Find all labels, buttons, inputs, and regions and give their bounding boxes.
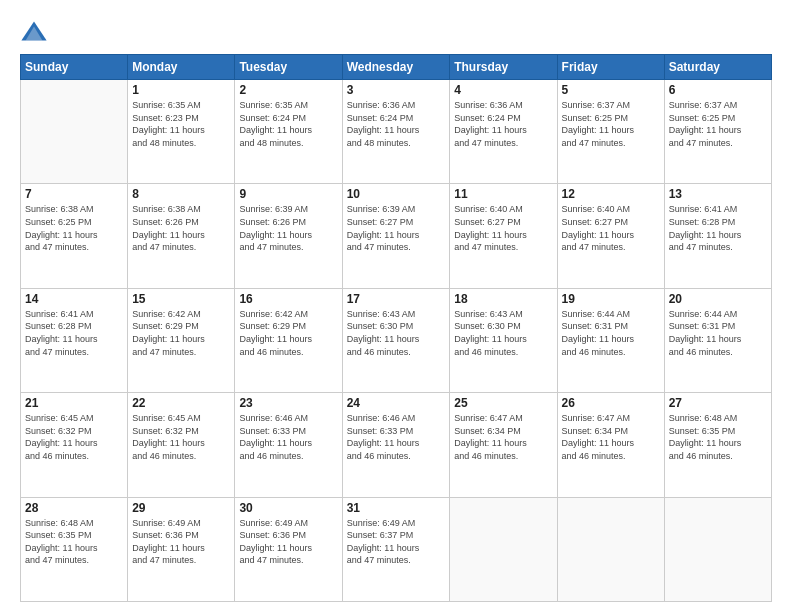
column-header-thursday: Thursday bbox=[450, 55, 557, 80]
day-number: 20 bbox=[669, 292, 767, 306]
column-header-wednesday: Wednesday bbox=[342, 55, 450, 80]
day-info: Sunrise: 6:35 AM Sunset: 6:24 PM Dayligh… bbox=[239, 99, 337, 149]
day-number: 25 bbox=[454, 396, 552, 410]
day-info: Sunrise: 6:46 AM Sunset: 6:33 PM Dayligh… bbox=[239, 412, 337, 462]
day-info: Sunrise: 6:43 AM Sunset: 6:30 PM Dayligh… bbox=[454, 308, 552, 358]
day-info: Sunrise: 6:42 AM Sunset: 6:29 PM Dayligh… bbox=[239, 308, 337, 358]
day-cell: 1Sunrise: 6:35 AM Sunset: 6:23 PM Daylig… bbox=[128, 80, 235, 184]
day-number: 26 bbox=[562, 396, 660, 410]
day-cell: 29Sunrise: 6:49 AM Sunset: 6:36 PM Dayli… bbox=[128, 497, 235, 601]
day-info: Sunrise: 6:48 AM Sunset: 6:35 PM Dayligh… bbox=[25, 517, 123, 567]
day-number: 1 bbox=[132, 83, 230, 97]
day-cell: 16Sunrise: 6:42 AM Sunset: 6:29 PM Dayli… bbox=[235, 288, 342, 392]
week-row-2: 7Sunrise: 6:38 AM Sunset: 6:25 PM Daylig… bbox=[21, 184, 772, 288]
day-number: 7 bbox=[25, 187, 123, 201]
calendar-table: SundayMondayTuesdayWednesdayThursdayFrid… bbox=[20, 54, 772, 602]
day-number: 4 bbox=[454, 83, 552, 97]
day-cell: 2Sunrise: 6:35 AM Sunset: 6:24 PM Daylig… bbox=[235, 80, 342, 184]
day-info: Sunrise: 6:43 AM Sunset: 6:30 PM Dayligh… bbox=[347, 308, 446, 358]
day-info: Sunrise: 6:47 AM Sunset: 6:34 PM Dayligh… bbox=[454, 412, 552, 462]
day-info: Sunrise: 6:41 AM Sunset: 6:28 PM Dayligh… bbox=[25, 308, 123, 358]
day-info: Sunrise: 6:49 AM Sunset: 6:37 PM Dayligh… bbox=[347, 517, 446, 567]
day-number: 29 bbox=[132, 501, 230, 515]
day-info: Sunrise: 6:35 AM Sunset: 6:23 PM Dayligh… bbox=[132, 99, 230, 149]
header-row: SundayMondayTuesdayWednesdayThursdayFrid… bbox=[21, 55, 772, 80]
week-row-5: 28Sunrise: 6:48 AM Sunset: 6:35 PM Dayli… bbox=[21, 497, 772, 601]
day-number: 21 bbox=[25, 396, 123, 410]
day-number: 24 bbox=[347, 396, 446, 410]
day-number: 13 bbox=[669, 187, 767, 201]
day-info: Sunrise: 6:45 AM Sunset: 6:32 PM Dayligh… bbox=[132, 412, 230, 462]
day-info: Sunrise: 6:48 AM Sunset: 6:35 PM Dayligh… bbox=[669, 412, 767, 462]
column-header-monday: Monday bbox=[128, 55, 235, 80]
day-cell bbox=[557, 497, 664, 601]
day-cell: 24Sunrise: 6:46 AM Sunset: 6:33 PM Dayli… bbox=[342, 393, 450, 497]
day-number: 22 bbox=[132, 396, 230, 410]
day-info: Sunrise: 6:49 AM Sunset: 6:36 PM Dayligh… bbox=[239, 517, 337, 567]
day-cell: 14Sunrise: 6:41 AM Sunset: 6:28 PM Dayli… bbox=[21, 288, 128, 392]
logo bbox=[20, 18, 50, 46]
day-info: Sunrise: 6:44 AM Sunset: 6:31 PM Dayligh… bbox=[562, 308, 660, 358]
day-info: Sunrise: 6:36 AM Sunset: 6:24 PM Dayligh… bbox=[454, 99, 552, 149]
logo-icon bbox=[20, 18, 48, 46]
day-info: Sunrise: 6:39 AM Sunset: 6:27 PM Dayligh… bbox=[347, 203, 446, 253]
header bbox=[20, 18, 772, 46]
day-cell: 26Sunrise: 6:47 AM Sunset: 6:34 PM Dayli… bbox=[557, 393, 664, 497]
day-cell: 31Sunrise: 6:49 AM Sunset: 6:37 PM Dayli… bbox=[342, 497, 450, 601]
day-info: Sunrise: 6:45 AM Sunset: 6:32 PM Dayligh… bbox=[25, 412, 123, 462]
day-info: Sunrise: 6:42 AM Sunset: 6:29 PM Dayligh… bbox=[132, 308, 230, 358]
day-cell: 17Sunrise: 6:43 AM Sunset: 6:30 PM Dayli… bbox=[342, 288, 450, 392]
day-number: 28 bbox=[25, 501, 123, 515]
day-number: 12 bbox=[562, 187, 660, 201]
day-cell: 25Sunrise: 6:47 AM Sunset: 6:34 PM Dayli… bbox=[450, 393, 557, 497]
day-cell bbox=[664, 497, 771, 601]
day-number: 9 bbox=[239, 187, 337, 201]
day-info: Sunrise: 6:47 AM Sunset: 6:34 PM Dayligh… bbox=[562, 412, 660, 462]
day-number: 19 bbox=[562, 292, 660, 306]
day-cell bbox=[450, 497, 557, 601]
day-info: Sunrise: 6:41 AM Sunset: 6:28 PM Dayligh… bbox=[669, 203, 767, 253]
day-number: 17 bbox=[347, 292, 446, 306]
day-cell: 18Sunrise: 6:43 AM Sunset: 6:30 PM Dayli… bbox=[450, 288, 557, 392]
day-cell: 11Sunrise: 6:40 AM Sunset: 6:27 PM Dayli… bbox=[450, 184, 557, 288]
column-header-sunday: Sunday bbox=[21, 55, 128, 80]
day-cell: 12Sunrise: 6:40 AM Sunset: 6:27 PM Dayli… bbox=[557, 184, 664, 288]
day-cell: 5Sunrise: 6:37 AM Sunset: 6:25 PM Daylig… bbox=[557, 80, 664, 184]
day-number: 15 bbox=[132, 292, 230, 306]
day-number: 3 bbox=[347, 83, 446, 97]
day-info: Sunrise: 6:38 AM Sunset: 6:26 PM Dayligh… bbox=[132, 203, 230, 253]
day-cell: 30Sunrise: 6:49 AM Sunset: 6:36 PM Dayli… bbox=[235, 497, 342, 601]
day-info: Sunrise: 6:40 AM Sunset: 6:27 PM Dayligh… bbox=[562, 203, 660, 253]
day-info: Sunrise: 6:49 AM Sunset: 6:36 PM Dayligh… bbox=[132, 517, 230, 567]
day-number: 23 bbox=[239, 396, 337, 410]
day-cell: 8Sunrise: 6:38 AM Sunset: 6:26 PM Daylig… bbox=[128, 184, 235, 288]
day-number: 5 bbox=[562, 83, 660, 97]
week-row-4: 21Sunrise: 6:45 AM Sunset: 6:32 PM Dayli… bbox=[21, 393, 772, 497]
day-cell: 19Sunrise: 6:44 AM Sunset: 6:31 PM Dayli… bbox=[557, 288, 664, 392]
day-number: 8 bbox=[132, 187, 230, 201]
day-number: 18 bbox=[454, 292, 552, 306]
day-info: Sunrise: 6:46 AM Sunset: 6:33 PM Dayligh… bbox=[347, 412, 446, 462]
day-number: 2 bbox=[239, 83, 337, 97]
day-number: 31 bbox=[347, 501, 446, 515]
day-cell: 28Sunrise: 6:48 AM Sunset: 6:35 PM Dayli… bbox=[21, 497, 128, 601]
day-cell: 23Sunrise: 6:46 AM Sunset: 6:33 PM Dayli… bbox=[235, 393, 342, 497]
day-cell: 10Sunrise: 6:39 AM Sunset: 6:27 PM Dayli… bbox=[342, 184, 450, 288]
day-number: 27 bbox=[669, 396, 767, 410]
day-info: Sunrise: 6:36 AM Sunset: 6:24 PM Dayligh… bbox=[347, 99, 446, 149]
day-info: Sunrise: 6:39 AM Sunset: 6:26 PM Dayligh… bbox=[239, 203, 337, 253]
column-header-saturday: Saturday bbox=[664, 55, 771, 80]
page: SundayMondayTuesdayWednesdayThursdayFrid… bbox=[0, 0, 792, 612]
column-header-tuesday: Tuesday bbox=[235, 55, 342, 80]
day-info: Sunrise: 6:44 AM Sunset: 6:31 PM Dayligh… bbox=[669, 308, 767, 358]
day-info: Sunrise: 6:40 AM Sunset: 6:27 PM Dayligh… bbox=[454, 203, 552, 253]
day-cell: 22Sunrise: 6:45 AM Sunset: 6:32 PM Dayli… bbox=[128, 393, 235, 497]
day-info: Sunrise: 6:37 AM Sunset: 6:25 PM Dayligh… bbox=[669, 99, 767, 149]
week-row-3: 14Sunrise: 6:41 AM Sunset: 6:28 PM Dayli… bbox=[21, 288, 772, 392]
day-cell: 6Sunrise: 6:37 AM Sunset: 6:25 PM Daylig… bbox=[664, 80, 771, 184]
day-cell bbox=[21, 80, 128, 184]
day-number: 30 bbox=[239, 501, 337, 515]
day-cell: 13Sunrise: 6:41 AM Sunset: 6:28 PM Dayli… bbox=[664, 184, 771, 288]
week-row-1: 1Sunrise: 6:35 AM Sunset: 6:23 PM Daylig… bbox=[21, 80, 772, 184]
day-cell: 9Sunrise: 6:39 AM Sunset: 6:26 PM Daylig… bbox=[235, 184, 342, 288]
